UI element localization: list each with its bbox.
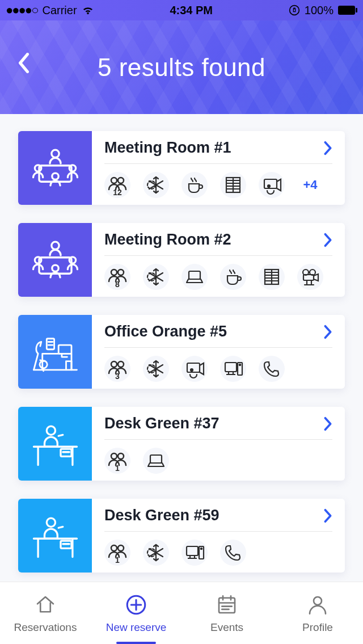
room-thumbnail [18,131,92,205]
room-name: Desk Green #37 [104,415,220,432]
amenities-row: 12+4 [104,164,332,198]
amenities-more[interactable]: +4 [297,172,323,198]
tab-reservations-icon [33,593,57,617]
amenity-coffee [220,264,246,290]
signal-dots-icon: ●●●●○ [6,3,37,18]
card-body: Desk Green #591 [92,499,345,573]
camera-icon [299,266,322,288]
amenity-capacity: 12 [104,172,130,198]
room-thumbnail [18,499,92,573]
amenity-capacity: 1 [104,448,130,474]
wifi-icon [82,5,94,15]
blinds-icon [260,266,283,288]
svg-rect-1 [338,6,355,15]
carrier-label: Carrier [42,4,77,17]
result-card[interactable]: Office Orange #53 [18,315,345,389]
tab-label: Reservations [14,621,77,634]
chevron-right-icon [323,325,332,339]
chevron-left-icon [18,53,30,73]
tab-profile[interactable]: Profile [272,582,363,644]
amenity-projector [259,172,285,198]
tab-bar: ReservationsNew reserveEventsProfile [0,582,363,644]
amenity-blinds [259,264,285,290]
phone-icon [222,541,244,564]
room-thumbnail [18,315,92,389]
office-icon [28,325,82,379]
chevron-right-icon [323,141,332,155]
battery-percent: 100% [305,4,334,17]
coffee-icon [183,174,206,196]
result-card[interactable]: Meeting Room #28 [18,223,345,297]
orientation-lock-icon [289,5,300,16]
svg-text:12: 12 [113,188,122,196]
tab-label: New reserve [106,621,167,634]
amenity-desktop [220,356,246,382]
climate-icon [145,266,167,288]
amenity-climate [143,264,169,290]
card-title-row: Office Orange #5 [104,323,332,348]
amenity-climate [143,540,169,566]
meeting-icon [28,233,82,287]
desk-icon [28,417,82,471]
chevron-right-icon [323,416,332,431]
card-body: Meeting Room #112+4 [92,131,345,205]
card-body: Desk Green #371 [92,407,345,481]
blinds-icon [222,174,244,196]
status-left: ●●●●○ Carrier [6,3,94,18]
projector-icon [260,174,283,196]
tab-new-reserve-icon [124,593,148,617]
amenity-desktop [182,540,208,566]
amenity-laptop [143,448,169,474]
amenity-capacity: 1 [104,540,130,566]
tab-events-icon [215,593,239,617]
svg-text:3: 3 [115,372,120,380]
svg-point-0 [289,6,299,15]
card-title-row: Meeting Room #1 [104,139,332,164]
amenities-row: 1 [104,440,332,474]
svg-text:1: 1 [115,464,120,472]
page-header: 5 results found [0,20,363,114]
amenities-row: 1 [104,532,332,566]
amenity-coffee [182,172,208,198]
result-card[interactable]: Meeting Room #112+4 [18,131,345,205]
amenity-projector [182,356,208,382]
room-thumbnail [18,407,92,481]
amenity-phone [259,356,285,382]
tab-new-reserve[interactable]: New reserve [91,582,182,644]
amenity-climate [143,356,169,382]
amenities-row: 3 [104,348,332,382]
amenity-capacity: 3 [104,356,130,382]
tab-label: Profile [302,621,333,634]
amenity-phone [220,540,246,566]
more-count: +4 [303,178,317,192]
amenity-laptop [182,264,208,290]
amenity-climate [143,172,169,198]
capacity-icon: 1 [106,449,129,472]
meeting-icon [28,141,82,195]
amenity-camera [297,264,323,290]
capacity-icon: 3 [106,357,129,380]
projector-icon [183,357,206,380]
status-time: 4:34 PM [170,4,213,17]
desk-icon [28,509,82,563]
capacity-icon: 12 [106,174,129,196]
svg-text:1: 1 [115,555,120,564]
result-card[interactable]: Desk Green #371 [18,407,345,481]
room-name: Office Orange #5 [104,323,227,340]
laptop-icon [145,449,167,472]
status-right: 100% [289,4,357,17]
coffee-icon [222,266,244,288]
page-title: 5 results found [98,53,265,82]
tab-events[interactable]: Events [182,582,272,644]
status-bar: ●●●●○ Carrier 4:34 PM 100% [0,0,363,20]
svg-rect-2 [356,8,357,12]
result-card[interactable]: Desk Green #591 [18,499,345,573]
back-button[interactable] [12,52,35,74]
card-body: Office Orange #53 [92,315,345,389]
chevron-right-icon [323,233,332,247]
room-name: Desk Green #59 [104,507,220,524]
capacity-icon: 1 [106,541,129,564]
tab-reservations[interactable]: Reservations [0,582,91,644]
amenity-capacity: 8 [104,264,130,290]
amenity-blinds [220,172,246,198]
